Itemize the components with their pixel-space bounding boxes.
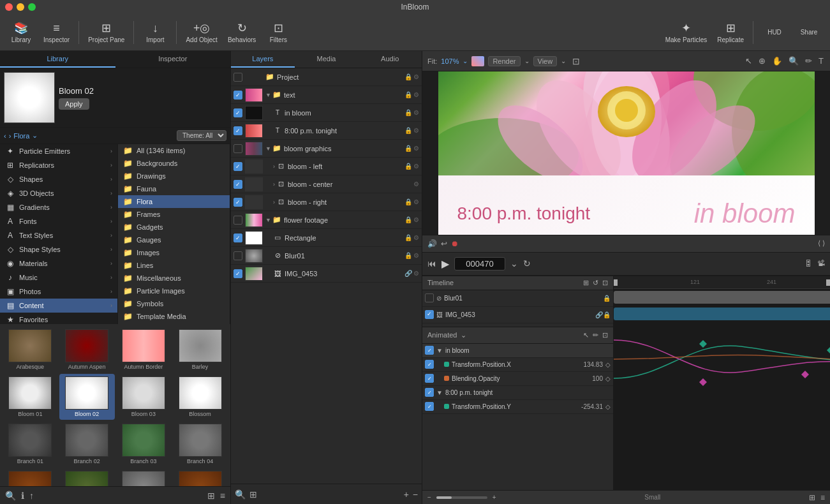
lib-item-14[interactable] [59,468,115,486]
layer-remove-button[interactable]: − [413,489,418,500]
subcat-symbols[interactable]: 📁 Symbols [118,297,230,310]
subcat-particle-images[interactable]: 📁 Particle Images [118,285,230,297]
list-view-button[interactable]: ≡ [220,491,225,501]
render-dropdown-icon[interactable]: ⌄ [524,57,530,64]
expand-arrow-anim[interactable]: ▼ [436,389,443,396]
cat-3d-objects[interactable]: ◈ 3D Objects › [0,186,117,200]
layer-flower-footage[interactable]: ▼ 📁 flower footage 🔒 ⚙ [231,211,422,229]
anim-row-transform-y[interactable]: ✓ Transform.Position.Y -254.31 ◇ [422,400,613,414]
inspector-button[interactable]: ≡ Inspector [40,17,73,48]
zoom-out-icon[interactable]: − [427,494,431,501]
minimize-button[interactable] [17,3,24,11]
layer-checkbox[interactable] [233,144,242,153]
lib-item-branch01[interactable]: Branch 01 [3,421,58,467]
grid-size-button[interactable]: ⊞ [809,493,815,502]
make-particles-button[interactable]: ✦ Make Particles [662,17,711,48]
zoom-in-icon[interactable]: + [493,494,496,501]
layer-checkbox[interactable] [233,233,242,242]
subcat-images[interactable]: 📁 Images [118,246,230,259]
library-button[interactable]: 📚 Library [5,17,37,48]
time-display[interactable]: 000470 [454,257,505,271]
tl-row-blur01[interactable]: ⊘ Blur01 🔒 [422,290,613,307]
subcat-drawings[interactable]: 📁 Drawings [118,170,230,182]
cat-particle-emitters[interactable]: ✦ Particle Emitters › [0,144,117,158]
render-button[interactable]: Render [488,56,520,66]
layer-checkbox[interactable] [233,73,242,82]
layer-checkbox[interactable] [233,216,242,225]
tl-checkbox[interactable] [425,293,434,302]
audio-mix-button[interactable]: 🎛 [804,259,812,268]
transform-tool[interactable]: ⊕ [759,56,766,66]
layer-bloom-graphics[interactable]: ▼ 📁 bloom graphics 🔒 ⚙ [231,140,422,158]
layer-text-group[interactable]: ▼ 📁 text 🔒 ⚙ [231,86,422,104]
expand-anim[interactable]: ⊡ [602,331,608,339]
close-button[interactable] [5,3,13,11]
expand-arrow[interactable]: ▼ [265,92,271,98]
inspector-tab[interactable]: Inspector [115,51,231,68]
tab-media[interactable]: Media [295,51,359,68]
speaker-icon[interactable]: 🔊 [427,239,437,248]
lib-item-bloom02[interactable]: Bloom 02 [59,374,115,420]
anim-checkbox[interactable]: ✓ [425,374,434,383]
layer-checkbox[interactable] [233,162,242,171]
project-pane-button[interactable]: ⊞ Project Pane [84,17,128,48]
lib-item-bloom01[interactable]: Bloom 01 [3,374,58,420]
replicate-button[interactable]: ⊞ Replicate [713,17,748,48]
theme-select[interactable]: Theme: All [177,130,226,141]
subcat-flora[interactable]: 📁 Flora [118,195,230,208]
anim-row-in-bloom-group[interactable]: ✓ ▼ in bloom [422,344,613,358]
layer-checkbox[interactable] [233,91,242,100]
select-tool-anim[interactable]: ↖ [583,331,589,339]
layer-checkbox[interactable] [233,269,242,278]
nav-forward-icon[interactable]: › [9,132,11,140]
timeline-expand[interactable]: ⊡ [602,279,608,287]
lib-item-branch02[interactable]: Branch 02 [59,421,115,467]
layer-rectangle[interactable]: ▭ Rectangle 🔒 ⚙ [231,229,422,247]
time-dropdown[interactable]: ⌄ [510,258,518,269]
keyframe-add[interactable]: ◇ [605,361,611,368]
layer-checkbox[interactable] [233,198,242,207]
anim-checkbox[interactable]: ✓ [425,388,434,397]
import-button[interactable]: ↓ Import [139,17,171,48]
layer-blur01[interactable]: ⊘ Blur01 🔒 ⚙ [231,247,422,265]
library-tab[interactable]: Library [0,51,115,68]
filters-button[interactable]: ⊡ Filters [262,17,294,48]
grid-view-button[interactable]: ⊞ [207,491,215,501]
lib-item-16[interactable] [172,468,228,486]
lib-item-barley[interactable]: Barley [172,327,228,373]
layer-checkbox[interactable] [233,126,242,135]
lib-item-autumn-border[interactable]: Autumn Border [116,327,172,373]
lib-item-blossom[interactable]: Blossom [172,374,228,420]
lib-item-autumn-aspen[interactable]: Autumn Aspen [59,327,115,373]
timeline-snap[interactable]: ↺ [593,279,598,287]
color-picker-button[interactable] [471,56,484,66]
add-object-button[interactable]: +◎ Add Object [182,17,221,48]
layer-bloom-center[interactable]: › ⊡ bloom - center ⚙ [231,175,422,193]
cat-shape-styles[interactable]: ◇ Shape Styles › [0,242,117,256]
cat-photos[interactable]: ▣ Photos › [0,285,117,299]
lib-item-arabesque[interactable]: Arabesque [3,327,58,373]
expand-arrow[interactable]: › [273,163,275,170]
play-button[interactable]: ▶ [441,258,449,270]
subcat-backgrounds[interactable]: 📁 Backgrounds [118,157,230,170]
list-size-button[interactable]: ≡ [820,493,825,502]
layer-checkbox[interactable] [233,180,242,189]
cat-fonts[interactable]: A Fonts › [0,214,117,228]
cat-materials[interactable]: ◉ Materials › [0,256,117,271]
import-button[interactable]: ↑ [29,491,34,501]
subcat-template-media[interactable]: 📁 Template Media [118,310,230,323]
info-button[interactable]: ℹ [21,491,24,501]
animated-dropdown[interactable]: ⌄ [461,331,466,339]
render-preview-button[interactable]: 📽 [817,259,825,268]
layer-checkbox[interactable] [233,108,242,117]
anim-checkbox[interactable]: ✓ [425,346,434,355]
cat-gradients[interactable]: ▦ Gradients › [0,200,117,214]
layer-img-0453[interactable]: 🖼 IMG_0453 🔗 ⚙ [231,265,422,283]
lib-item-13[interactable] [3,468,58,486]
layer-800pm[interactable]: T 8:00 p.m. tonight 🔒 ⚙ [231,122,422,140]
layer-bloom-left[interactable]: › ⊡ bloom - left 🔒 ⚙ [231,158,422,175]
skip-start-button[interactable]: ⏮ [427,258,436,269]
canvas-settings-button[interactable]: ⊡ [572,56,580,66]
lib-item-bloom03[interactable]: Bloom 03 [116,374,172,420]
tl-row-img[interactable]: 🖼 IMG_0453 🔗 🔒 [422,307,613,323]
